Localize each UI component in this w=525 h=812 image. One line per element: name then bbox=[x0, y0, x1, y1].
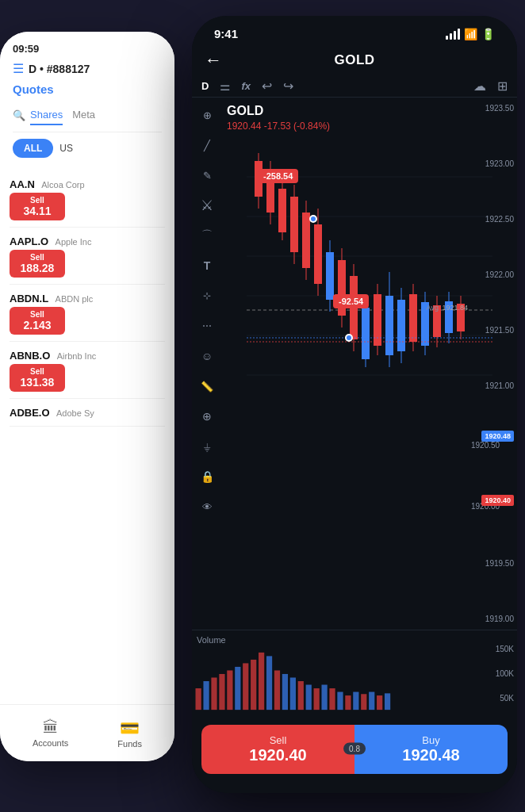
sell-button[interactable]: Sell 131.38 bbox=[10, 364, 65, 392]
buy-label: Buy bbox=[422, 734, 439, 746]
svg-rect-12 bbox=[278, 189, 286, 232]
back-phone: 09:59 ☰ D • #888127 Quotes 🔍 Shares Meta… bbox=[0, 32, 174, 761]
tab-meta[interactable]: Meta bbox=[72, 109, 95, 125]
svg-rect-26 bbox=[362, 308, 370, 359]
svg-rect-14 bbox=[290, 197, 298, 252]
eye-tool[interactable]: 👁 bbox=[196, 496, 218, 518]
status-bar: 9:41 📶 🔋 bbox=[192, 16, 517, 45]
volume-section: Volume bbox=[192, 630, 517, 717]
svg-rect-47 bbox=[211, 677, 217, 710]
left-toolbar: ⊕ ╱ ✎ ⚔ ⌒ T ⊹ ⋯ ☺ 📏 ⊕ ⏚ 🔒 👁 bbox=[192, 98, 222, 630]
svg-rect-60 bbox=[314, 688, 320, 710]
bid-price-label: 1920.40 bbox=[481, 495, 514, 506]
svg-rect-32 bbox=[397, 300, 405, 351]
chart-nav: ← GOLD bbox=[192, 45, 517, 75]
buy-trade-button[interactable]: Buy 1920.48 bbox=[354, 725, 508, 774]
menu-icon: ☰ bbox=[13, 61, 24, 76]
account-id: D • #888127 bbox=[29, 63, 90, 75]
stock-ticker: ABDN.L bbox=[10, 293, 48, 304]
svg-rect-55 bbox=[274, 670, 280, 710]
nav-accounts-label: Accounts bbox=[33, 738, 68, 748]
stock-item-abnb: ABNB.O Airbnb Inc Sell 131.38 bbox=[10, 342, 165, 399]
volume-chart bbox=[192, 642, 414, 721]
svg-rect-16 bbox=[302, 213, 310, 268]
signal-icon bbox=[446, 29, 460, 40]
bottom-trade-bar: Sell 1920.40 0.8 Buy 1920.48 bbox=[192, 717, 517, 793]
svg-rect-48 bbox=[219, 674, 224, 710]
svg-rect-50 bbox=[235, 667, 240, 710]
wifi-icon: 📶 bbox=[464, 28, 477, 40]
undo-icon[interactable]: ↩ bbox=[262, 79, 272, 94]
ruler-tool[interactable]: 📏 bbox=[196, 375, 218, 397]
svg-rect-52 bbox=[251, 660, 256, 710]
stock-name: Adobe Sy bbox=[56, 408, 94, 418]
svg-rect-54 bbox=[266, 656, 272, 710]
settings-icon[interactable]: ⊞ bbox=[497, 79, 508, 94]
annotation-2: -92.54 bbox=[333, 294, 369, 308]
svg-rect-65 bbox=[353, 692, 358, 710]
nav-accounts[interactable]: 🏛 Accounts bbox=[33, 718, 68, 748]
stock-ticker: ADBE.O bbox=[10, 407, 50, 419]
chart-title: GOLD bbox=[334, 52, 374, 68]
draw-tool[interactable]: ✎ bbox=[196, 164, 218, 186]
chart-type-icon[interactable]: ⚌ bbox=[220, 79, 230, 94]
stock-item-abdn: ABDN.L ABDN plc Sell 2.143 bbox=[10, 285, 165, 342]
sell-trade-button[interactable]: Sell 1920.40 bbox=[201, 725, 354, 774]
sell-price: 1920.40 bbox=[249, 746, 306, 764]
status-time: 9:41 bbox=[214, 27, 238, 40]
cloud-icon[interactable]: ☁ bbox=[473, 79, 486, 94]
lock-tool[interactable]: 🔒 bbox=[196, 465, 218, 488]
svg-rect-67 bbox=[369, 692, 374, 710]
svg-rect-51 bbox=[243, 663, 248, 710]
svg-rect-20 bbox=[326, 252, 334, 300]
chart-content: GOLD 1920.44 -17.53 (-0.84%) bbox=[222, 98, 517, 630]
svg-rect-56 bbox=[282, 674, 288, 710]
svg-rect-68 bbox=[377, 695, 382, 710]
filter-us[interactable]: US bbox=[59, 143, 73, 154]
svg-rect-18 bbox=[314, 224, 322, 284]
svg-rect-53 bbox=[259, 653, 264, 710]
symbol-label: GOLD bbox=[227, 104, 263, 117]
period-d-button[interactable]: D bbox=[201, 80, 209, 92]
svg-rect-49 bbox=[227, 670, 232, 710]
stock-item-adbe: ADBE.O Adobe Sy bbox=[10, 399, 165, 427]
redo-icon[interactable]: ↪ bbox=[283, 79, 293, 94]
stock-name: Apple Inc bbox=[56, 237, 92, 247]
ask-price-label: 1920.48 bbox=[481, 431, 514, 442]
stock-ticker: AA.N bbox=[10, 178, 35, 190]
crosshair-tool[interactable]: ⊕ bbox=[196, 104, 218, 126]
sell-label: Sell bbox=[270, 734, 287, 746]
emoji-tool[interactable]: ☺ bbox=[196, 345, 218, 367]
stock-name: Alcoa Corp bbox=[41, 180, 84, 190]
search-icon: 🔍 bbox=[13, 109, 25, 121]
stock-ticker: ABNB.O bbox=[10, 350, 50, 362]
text-tool[interactable]: T bbox=[196, 255, 218, 277]
quotes-tab[interactable]: Quotes bbox=[13, 82, 162, 96]
pitchfork-tool[interactable]: ⚔ bbox=[196, 194, 218, 216]
accounts-icon: 🏛 bbox=[43, 718, 59, 737]
node-tool[interactable]: ⊹ bbox=[196, 285, 218, 307]
tab-shares[interactable]: Shares bbox=[30, 109, 63, 125]
line-tool[interactable]: ╱ bbox=[196, 134, 218, 156]
back-phone-time: 09:59 bbox=[13, 43, 162, 55]
formula-icon[interactable]: fx bbox=[241, 80, 251, 92]
sell-button[interactable]: Sell 188.28 bbox=[10, 250, 65, 278]
filter-all[interactable]: ALL bbox=[13, 139, 53, 158]
avg-label: Avg 1921.84 bbox=[427, 304, 468, 312]
svg-rect-62 bbox=[329, 688, 335, 710]
annotation-1: -258.54 bbox=[258, 169, 298, 183]
connect-tool[interactable]: ⋯ bbox=[196, 315, 218, 337]
svg-rect-46 bbox=[203, 681, 209, 710]
nav-funds[interactable]: 💳 Funds bbox=[117, 718, 142, 749]
funds-icon: 💳 bbox=[120, 718, 140, 737]
sell-button[interactable]: Sell 34.11 bbox=[10, 193, 65, 220]
stock-name: ABDN plc bbox=[56, 294, 94, 304]
magnet-tool[interactable]: ⏚ bbox=[196, 435, 218, 458]
front-phone: 9:41 📶 🔋 ← GOLD D ⚌ fx bbox=[192, 16, 517, 793]
status-icons: 📶 🔋 bbox=[446, 28, 495, 40]
price-change: 1920.44 -17.53 (-0.84%) bbox=[227, 121, 330, 132]
back-button[interactable]: ← bbox=[205, 50, 222, 71]
zoom-tool[interactable]: ⊕ bbox=[196, 405, 218, 427]
sell-button[interactable]: Sell 2.143 bbox=[10, 307, 65, 335]
curve-tool[interactable]: ⌒ bbox=[196, 224, 218, 247]
